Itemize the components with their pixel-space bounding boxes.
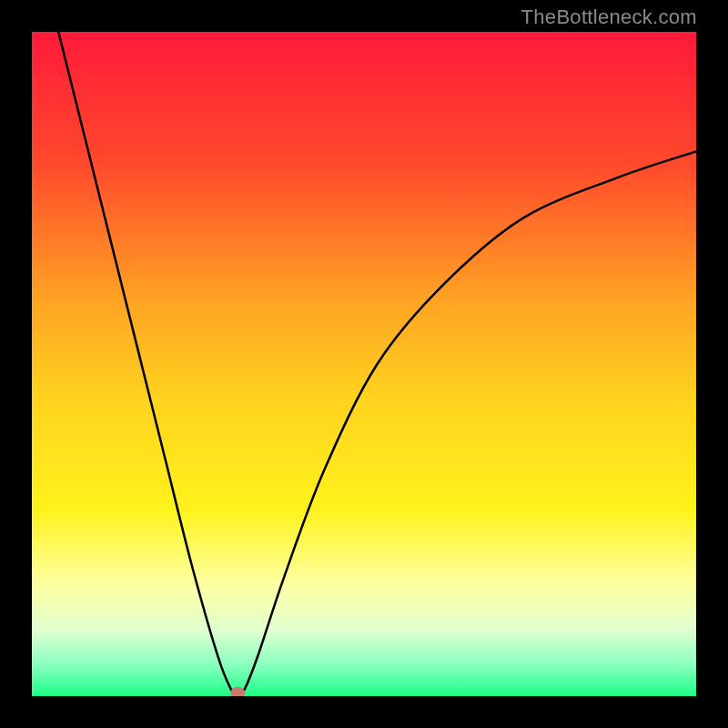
gradient-background: [32, 32, 696, 696]
watermark-text: TheBottleneck.com: [521, 5, 697, 29]
bottleneck-chart: [32, 32, 696, 696]
plot-area: [32, 32, 696, 696]
chart-frame: TheBottleneck.com: [0, 0, 728, 728]
